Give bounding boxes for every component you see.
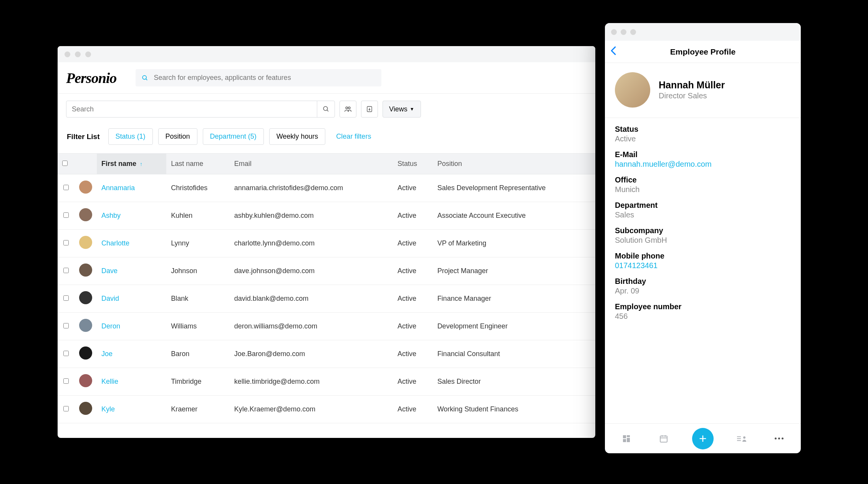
column-email[interactable]: Email — [230, 154, 393, 174]
views-dropdown[interactable]: Views ▼ — [383, 101, 421, 118]
svg-rect-15 — [737, 436, 741, 437]
views-label: Views — [389, 105, 407, 113]
email-cell: david.blank@demo.com — [230, 285, 393, 313]
status-cell: Active — [393, 202, 433, 230]
global-search-input[interactable] — [154, 74, 375, 82]
field-label: Office — [615, 176, 791, 184]
position-cell: Working Student Finances — [433, 396, 595, 423]
select-all-checkbox[interactable] — [62, 161, 68, 166]
profile-fields: StatusActiveE-Mailhannah.mueller@demo.co… — [605, 118, 801, 423]
table-row[interactable]: KellieTimbridgekellie.timbridge@demo.com… — [58, 368, 595, 396]
field-value: Apr. 09 — [615, 287, 791, 295]
svg-point-18 — [743, 436, 745, 439]
window-close-dot[interactable] — [65, 51, 70, 57]
first-name-link[interactable]: Ashby — [101, 212, 121, 219]
table-row[interactable]: DavidBlankdavid.blank@demo.comActiveFina… — [58, 285, 595, 313]
window-close-dot[interactable] — [611, 29, 617, 35]
local-search-button[interactable] — [317, 101, 335, 117]
first-name-link[interactable]: Joe — [101, 350, 113, 358]
status-cell: Active — [393, 396, 433, 423]
window-minimize-dot[interactable] — [75, 51, 81, 57]
filter-chip-position[interactable]: Position — [158, 128, 197, 145]
brand-logo: Personio — [66, 70, 116, 86]
column-position[interactable]: Position — [433, 154, 595, 174]
table-row[interactable]: DeronWilliamsderon.williams@demo.comActi… — [58, 313, 595, 340]
nav-contacts[interactable] — [734, 430, 750, 447]
column-first-name[interactable]: First name ↑ — [97, 154, 166, 174]
row-checkbox[interactable] — [63, 212, 69, 218]
table-row[interactable]: AnnamariaChristofidesannamaria.christofi… — [58, 174, 595, 202]
search-icon — [142, 75, 148, 81]
field-value[interactable]: 0174123461 — [615, 261, 791, 270]
people-button[interactable] — [340, 101, 356, 118]
first-name-link[interactable]: Dave — [101, 267, 118, 275]
filter-chip-status[interactable]: Status (1) — [108, 128, 153, 145]
window-zoom-dot[interactable] — [85, 51, 91, 57]
last-name-cell: Johnson — [166, 257, 230, 285]
global-search[interactable] — [136, 69, 381, 86]
row-checkbox[interactable] — [63, 378, 69, 384]
table-row[interactable]: KyleKraemerKyle.Kraemer@demo.comActiveWo… — [58, 396, 595, 423]
first-name-link[interactable]: David — [101, 295, 119, 302]
profile-field-e-mail: E-Mailhannah.mueller@demo.com — [615, 150, 791, 169]
clear-filters-link[interactable]: Clear filters — [336, 133, 371, 141]
filter-chip-department[interactable]: Department (5) — [203, 128, 264, 145]
svg-rect-9 — [627, 438, 630, 442]
column-select-all[interactable] — [58, 154, 75, 174]
table-row[interactable]: JoeBaronJoe.Baron@demo.comActiveFinancia… — [58, 340, 595, 368]
first-name-link[interactable]: Charlotte — [101, 239, 129, 247]
back-button[interactable] — [610, 46, 616, 58]
nav-more[interactable] — [771, 430, 788, 447]
nav-calendar[interactable] — [655, 430, 672, 447]
table-row[interactable]: CharlotteLynnycharlotte.lynn@demo.comAct… — [58, 230, 595, 257]
plus-icon: + — [699, 431, 707, 446]
first-name-link[interactable]: Deron — [101, 322, 120, 330]
svg-rect-8 — [627, 435, 630, 437]
table-row[interactable]: AshbyKuhlenashby.kuhlen@demo.comActiveAs… — [58, 202, 595, 230]
field-label: Subcompany — [615, 226, 791, 235]
status-cell: Active — [393, 285, 433, 313]
local-search-input[interactable] — [66, 105, 317, 113]
chevron-down-icon: ▼ — [410, 106, 414, 112]
export-button[interactable] — [361, 101, 378, 118]
field-label: Employee number — [615, 302, 791, 311]
row-checkbox[interactable] — [63, 406, 69, 411]
email-cell: dave.johnson@demo.com — [230, 257, 393, 285]
table-row[interactable]: DaveJohnsondave.johnson@demo.comActivePr… — [58, 257, 595, 285]
position-cell: Project Manager — [433, 257, 595, 285]
first-name-link[interactable]: Kellie — [101, 378, 118, 385]
position-cell: Finance Manager — [433, 285, 595, 313]
column-status[interactable]: Status — [393, 154, 433, 174]
dashboard-icon — [622, 434, 631, 443]
nav-dashboard[interactable] — [618, 430, 635, 447]
column-last-name[interactable]: Last name — [166, 154, 230, 174]
employee-profile-panel: Employee Profile Hannah Müller Director … — [605, 23, 801, 453]
status-cell: Active — [393, 340, 433, 368]
field-value: Solution GmbH — [615, 236, 791, 245]
first-name-link[interactable]: Kyle — [101, 405, 115, 413]
first-name-link[interactable]: Annamaria — [101, 184, 135, 192]
row-checkbox[interactable] — [63, 295, 69, 301]
last-name-cell: Kuhlen — [166, 202, 230, 230]
row-checkbox[interactable] — [63, 323, 69, 328]
filter-chip-weekly-hours[interactable]: Weekly hours — [269, 128, 326, 145]
row-checkbox[interactable] — [63, 240, 69, 245]
field-value: 456 — [615, 312, 791, 321]
row-checkbox[interactable] — [63, 268, 69, 273]
position-cell: Financial Consultant — [433, 340, 595, 368]
field-label: Department — [615, 201, 791, 210]
avatar — [79, 402, 92, 415]
row-checkbox[interactable] — [63, 185, 69, 190]
window-minimize-dot[interactable] — [621, 29, 626, 35]
status-cell: Active — [393, 230, 433, 257]
window-zoom-dot[interactable] — [630, 29, 636, 35]
mobile-header-title: Employee Profile — [670, 47, 735, 56]
email-cell: kellie.timbridge@demo.com — [230, 368, 393, 396]
row-checkbox[interactable] — [63, 351, 69, 356]
nav-add-button[interactable]: + — [692, 428, 714, 449]
export-icon — [366, 106, 373, 113]
field-value[interactable]: hannah.mueller@demo.com — [615, 160, 791, 169]
employee-list-window: Personio Views ▼ Filter List Status (1)P… — [58, 46, 595, 438]
window-titlebar — [58, 46, 595, 62]
profile-role: Director Sales — [659, 91, 725, 100]
